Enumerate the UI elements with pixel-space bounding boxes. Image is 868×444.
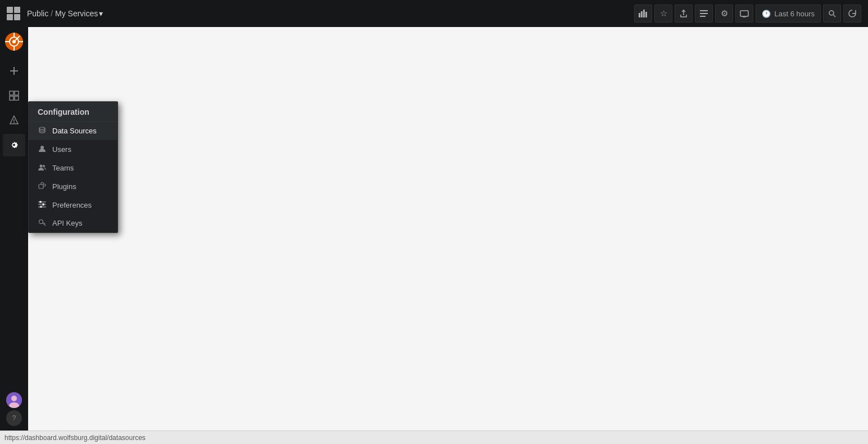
playlist-button[interactable] [695,5,713,23]
clock-icon: 🕐 [762,10,771,18]
data-sources-label: Data Sources [52,127,97,135]
menu-item-data-sources[interactable]: Data Sources [29,122,117,140]
svg-rect-7 [740,11,748,16]
plugins-icon [38,182,47,191]
data-sources-icon [38,126,47,136]
tv-mode-button[interactable] [735,5,753,23]
zoom-button[interactable] [823,5,841,23]
breadcrumb-separator: / [51,9,53,18]
sidebar-logo [4,32,24,52]
svg-point-41 [39,220,43,224]
svg-rect-2 [643,10,645,17]
svg-point-32 [40,165,43,168]
breadcrumb-dropdown-arrow: ▾ [99,9,103,18]
topbar: Public / My Services ▾ ☆ ⚙ 🕐 Last 6 hour… [0,0,868,27]
refresh-button[interactable] [843,5,861,23]
svg-point-30 [39,127,45,129]
menu-item-preferences[interactable]: Preferences [29,196,117,214]
star-button[interactable]: ☆ [654,5,672,23]
svg-rect-0 [639,13,640,17]
svg-rect-22 [15,91,19,95]
preferences-icon [38,200,47,209]
svg-point-9 [829,11,834,15]
avatar[interactable] [6,392,22,408]
sidebar-item-configuration[interactable] [3,134,25,156]
topbar-right: ☆ ⚙ 🕐 Last 6 hours [634,5,861,23]
time-range-label: Last 6 hours [774,10,815,18]
sidebar-item-alerts[interactable] [3,109,25,132]
menu-item-plugins[interactable]: Plugins [29,177,117,196]
svg-rect-5 [700,13,708,14]
api-keys-label: API Keys [52,219,82,227]
svg-rect-24 [15,96,19,100]
breadcrumb: Public / My Services ▾ [27,9,103,18]
svg-rect-4 [700,10,708,11]
svg-line-43 [44,223,45,224]
users-label: Users [52,145,71,154]
dashboard-settings-button[interactable]: ⚙ [715,5,733,23]
svg-rect-6 [700,16,706,17]
main-content [28,27,868,430]
svg-rect-21 [10,91,13,95]
svg-rect-3 [645,12,647,17]
status-url: https://dashboard.wolfsburg.digital/data… [4,434,146,442]
graph-button[interactable] [634,5,652,23]
sidebar-item-dashboards[interactable] [3,84,25,107]
preferences-label: Preferences [52,201,92,209]
menu-item-api-keys[interactable]: API Keys [29,214,117,232]
users-icon [38,145,47,154]
topbar-left: Public / My Services ▾ [7,7,634,20]
svg-point-40 [40,206,42,208]
api-keys-icon [38,218,47,228]
svg-point-38 [39,201,42,203]
configuration-menu: Configuration Data Sources Users Teams [28,101,118,233]
help-button[interactable]: ? [6,410,22,426]
svg-point-28 [11,396,17,401]
svg-point-33 [43,165,45,167]
app-grid-icon [7,7,20,20]
breadcrumb-current-label: My Services [55,9,98,18]
teams-icon [38,163,47,173]
configuration-menu-header: Configuration [29,102,117,122]
breadcrumb-root: Public [27,9,48,18]
svg-rect-34 [39,185,43,189]
svg-point-26 [13,122,15,123]
main-layout: ? Configuration Data Sources Users [0,27,868,430]
time-range-button[interactable]: 🕐 Last 6 hours [756,5,821,23]
sidebar: ? [0,27,28,430]
svg-line-10 [834,15,836,17]
statusbar: https://dashboard.wolfsburg.digital/data… [0,430,868,444]
menu-item-users[interactable]: Users [29,140,117,159]
menu-item-teams[interactable]: Teams [29,159,117,177]
svg-point-39 [42,203,44,205]
breadcrumb-current-button[interactable]: My Services ▾ [55,9,103,18]
sidebar-bottom: ? [6,392,22,426]
share-button[interactable] [675,5,693,23]
sidebar-item-add[interactable] [3,60,25,82]
svg-rect-1 [641,11,643,17]
teams-label: Teams [52,164,74,172]
svg-rect-23 [10,96,13,100]
plugins-label: Plugins [52,182,76,191]
